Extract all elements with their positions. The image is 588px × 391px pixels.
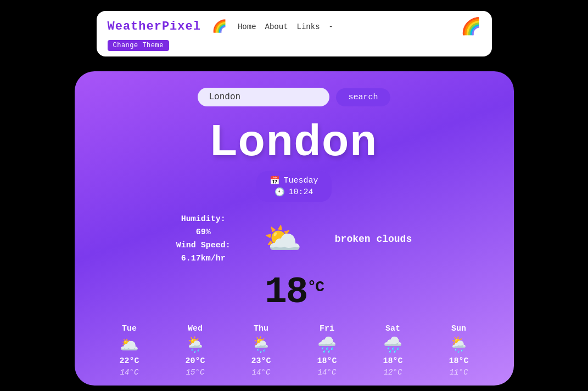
brand-logo: WeatherPixel [108,20,201,33]
humidity-label: Humidity: [176,213,231,226]
navbar-bottom: Change Theme [108,40,481,51]
navbar: WeatherPixel 🌈 Home About Links - 🌈 Chan… [97,11,492,56]
temperature-display: 18 °C [265,271,323,313]
forecast-day: Fri 🌧️ 18°C 14°C [303,324,352,377]
time-icon: 🕙 [275,187,285,197]
forecast-day-low: 12°C [384,368,402,377]
nav-link-about[interactable]: About [265,22,288,31]
search-input[interactable] [198,88,329,106]
forecast-day-low: 14°C [252,368,271,377]
forecast-day-low: 14°C [318,368,337,377]
page-wrapper: WeatherPixel 🌈 Home About Links - 🌈 Chan… [0,0,588,391]
forecast-day-high: 22°C [119,356,139,366]
forecast-day-icon: 🌦️ [186,336,205,354]
weather-stats: Humidity: 69% Wind Speed: 6.17km/hr [176,213,231,265]
forecast-day-high: 18°C [449,356,468,366]
wind-value: 6.17km/hr [176,252,231,265]
nav-separator: - [329,22,333,31]
forecast-day-icon: 🌦️ [449,336,468,354]
forecast-day-icon: 🌥️ [120,336,139,354]
forecast-day: Tue 🌥️ 22°C 14°C [105,324,154,377]
nav-links: Home About Links - [238,22,450,31]
datetime-badge: 📅 Tuesday 🕙 10:24 [256,171,331,202]
weather-info-row: Humidity: 69% Wind Speed: 6.17km/hr ⛅ br… [97,213,492,265]
forecast-day: Wed 🌦️ 20°C 15°C [171,324,220,377]
time-display: 🕙 10:24 [275,187,313,197]
forecast-day-high: 20°C [185,356,205,366]
date-display: 📅 Tuesday [270,175,318,186]
forecast-day-high: 18°C [383,356,402,366]
search-button[interactable]: search [336,88,390,106]
forecast-day-high: 18°C [317,356,337,366]
forecast-day-low: 11°C [450,368,468,377]
forecast-day-label: Tue [122,324,137,333]
temp-unit: °C [307,279,324,296]
forecast-day-label: Fri [320,324,334,333]
nav-link-home[interactable]: Home [238,22,256,31]
forecast-day-icon: 🌧️ [383,336,402,354]
forecast-day: Sat 🌧️ 18°C 12°C [368,324,418,377]
navbar-top: WeatherPixel 🌈 Home About Links - 🌈 [108,16,481,37]
forecast-day: Thu 🌦️ 23°C 14°C [237,324,286,377]
city-name: London [210,115,378,166]
forecast-day-icon: 🌦️ [251,336,271,354]
time-text: 10:24 [288,188,313,197]
forecast-row: Tue 🌥️ 22°C 14°C Wed 🌦️ 20°C 15°C Thu 🌦️… [97,324,492,377]
date-icon: 📅 [270,175,280,186]
wind-label: Wind Speed: [176,239,231,252]
weather-description: broken clouds [335,234,412,245]
forecast-day-label: Wed [188,324,203,333]
change-theme-button[interactable]: Change Theme [108,40,169,51]
search-area: search [198,88,390,106]
main-card: search London 📅 Tuesday 🕙 10:24 Humidity… [75,71,514,386]
cloud-icon: ⛅ [264,220,302,258]
forecast-day-label: Thu [254,324,268,333]
nav-rainbow-icon: 🌈 [461,16,481,37]
temp-value: 18 [265,271,307,313]
forecast-day-high: 23°C [251,356,271,366]
forecast-day-label: Sat [385,324,400,333]
forecast-day-low: 14°C [120,368,139,377]
forecast-day-low: 15°C [186,368,205,377]
nav-link-links[interactable]: Links [297,22,320,31]
forecast-day-label: Sun [451,324,466,333]
forecast-day: Sun 🌦️ 18°C 11°C [434,324,484,377]
forecast-day-icon: 🌧️ [317,336,337,354]
date-text: Tuesday [283,176,318,185]
humidity-value: 69% [176,226,231,239]
brand-rainbow-icon: 🌈 [212,19,227,34]
